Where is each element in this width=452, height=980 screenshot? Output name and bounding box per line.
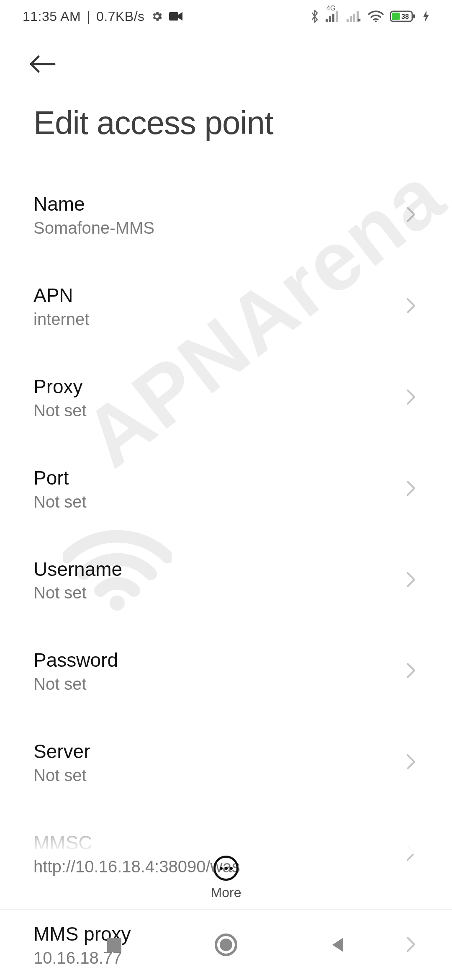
camera-icon [169, 11, 183, 21]
chevron-right-icon [405, 661, 417, 681]
item-label: Port [33, 467, 87, 489]
item-value: internet [33, 310, 89, 329]
wifi-icon [367, 10, 384, 23]
item-value: Not set [33, 583, 122, 602]
status-datarate: 0.7KB/s [96, 9, 145, 24]
item-password[interactable]: Password Not set [33, 626, 431, 717]
status-time: 11:35 AM [23, 9, 81, 24]
svg-rect-12 [392, 13, 400, 20]
more-label: More [211, 885, 241, 900]
circle-icon [214, 933, 238, 957]
item-value: Somafone-MMS [33, 219, 154, 237]
charging-icon [423, 10, 429, 23]
nav-home-button[interactable] [209, 928, 243, 962]
system-nav-bar [0, 909, 452, 980]
chevron-right-icon [405, 479, 417, 499]
svg-rect-4 [332, 14, 334, 22]
item-value: Not set [33, 493, 87, 511]
item-apn[interactable]: APN internet [33, 261, 431, 352]
item-value: Not set [33, 766, 90, 785]
gear-icon [151, 10, 163, 23]
item-server[interactable]: Server Not set [33, 717, 431, 808]
svg-rect-13 [413, 14, 415, 18]
svg-point-16 [220, 939, 232, 951]
item-label: Username [33, 558, 122, 580]
svg-rect-7 [350, 16, 352, 22]
page-title: Edit access point [0, 91, 452, 157]
status-separator: | [87, 9, 90, 24]
more-icon [213, 856, 239, 881]
item-port[interactable]: Port Not set [33, 444, 431, 535]
nav-back-button[interactable] [321, 928, 354, 962]
more-action[interactable]: More [0, 856, 452, 900]
bluetooth-icon [310, 9, 320, 23]
chevron-right-icon [405, 388, 417, 408]
item-label: Proxy [33, 376, 87, 398]
triangle-left-icon [329, 936, 347, 954]
item-username[interactable]: Username Not set [33, 535, 431, 626]
chevron-right-icon [405, 205, 417, 225]
signal-1-4g-label: 4G [326, 5, 335, 12]
back-button[interactable] [28, 45, 65, 83]
item-label: MMSC [33, 832, 240, 854]
svg-rect-1 [169, 12, 178, 21]
nav-recents-button[interactable] [98, 928, 131, 962]
signal-2-icon [347, 10, 362, 22]
item-proxy[interactable]: Proxy Not set [33, 352, 431, 444]
svg-point-10 [375, 21, 377, 22]
svg-rect-3 [329, 16, 331, 22]
toolbar [0, 33, 452, 91]
chevron-right-icon [405, 753, 417, 773]
item-name[interactable]: Name Somafone-MMS [33, 170, 431, 261]
arrow-left-icon [28, 54, 58, 74]
svg-rect-2 [326, 19, 328, 22]
signal-1-icon: 4G [326, 10, 341, 22]
item-label: Name [33, 193, 154, 215]
settings-list: Name Somafone-MMS APN internet Proxy Not… [0, 157, 452, 972]
svg-rect-5 [336, 11, 338, 22]
item-value: Not set [33, 675, 118, 694]
svg-rect-6 [347, 19, 349, 22]
chevron-right-icon [405, 570, 417, 591]
status-bar: 11:35 AM | 0.7KB/s 4G 38 [0, 0, 452, 33]
svg-rect-8 [353, 14, 355, 22]
item-value: Not set [33, 401, 87, 420]
svg-rect-14 [107, 938, 121, 952]
item-label: Password [33, 649, 118, 671]
battery-icon: 38 [390, 10, 417, 23]
item-label: Server [33, 740, 90, 763]
battery-pct-text: 38 [401, 13, 409, 20]
square-icon [105, 936, 123, 954]
chevron-right-icon [405, 297, 417, 317]
item-label: APN [33, 284, 89, 307]
